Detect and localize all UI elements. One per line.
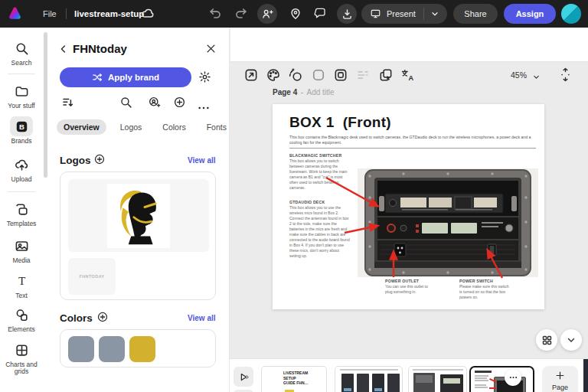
left-nav-rail: Search Your stuff B Brands Upload Templa… <box>0 28 43 392</box>
upload-icon <box>10 155 33 175</box>
brand-settings-gear-icon[interactable] <box>198 70 211 87</box>
brand-logo-tile[interactable] <box>68 179 209 252</box>
zoom-chevron-icon[interactable] <box>532 70 541 84</box>
apply-brand-label: Apply brand <box>108 73 159 82</box>
cloud-sync-icon[interactable] <box>141 8 155 19</box>
tab-logos[interactable]: Logos <box>113 119 149 135</box>
brand-palette-icon[interactable] <box>266 67 281 83</box>
sidebar-item-upload[interactable]: Upload <box>0 155 43 183</box>
add-logo-icon[interactable] <box>93 153 106 168</box>
logos-view-all-link[interactable]: View all <box>188 156 216 165</box>
colors-heading: Colors <box>60 312 93 324</box>
sidebar-item-your-stuff[interactable]: Your stuff <box>0 81 43 109</box>
zoom-level[interactable]: 45% <box>511 70 527 80</box>
present-options-chevron-icon[interactable] <box>430 9 439 18</box>
elements-icon <box>10 305 33 325</box>
translate-icon[interactable]: A <box>400 67 416 83</box>
resize-icon[interactable] <box>243 67 259 83</box>
svg-text:T: T <box>18 275 24 287</box>
page-header-label: Page 4 - Add title <box>273 84 335 98</box>
brand-color-swatch[interactable] <box>99 336 125 362</box>
svg-text:A: A <box>408 74 413 82</box>
location-pin-icon[interactable] <box>289 6 302 21</box>
page-thumbnail-4-selected[interactable] <box>469 366 534 392</box>
page-title[interactable]: BOX 1 (Front) <box>289 114 391 131</box>
thumbnail-more-options-button[interactable] <box>505 369 521 386</box>
present-label: Present <box>387 9 416 18</box>
close-icon[interactable] <box>205 43 217 57</box>
page-thumbnail-2[interactable] <box>335 366 403 392</box>
more-options-icon[interactable] <box>198 100 210 113</box>
brands-icon: B <box>10 116 33 136</box>
layout-options-icon[interactable] <box>355 67 371 83</box>
brand-search-icon[interactable] <box>119 96 132 112</box>
add-page-label: Page <box>542 384 578 391</box>
sort-icon[interactable] <box>61 96 75 113</box>
assign-label: Assign <box>516 9 544 18</box>
play-pages-button[interactable] <box>234 367 253 387</box>
present-button[interactable]: Present <box>361 4 447 24</box>
tab-colors[interactable]: Colors <box>155 119 192 135</box>
user-avatar[interactable] <box>561 4 581 24</box>
panel-scrollbar[interactable] <box>44 28 47 392</box>
page-intro-text[interactable]: This box contains the Blackmagic desk us… <box>289 135 531 145</box>
redo-icon[interactable] <box>234 6 248 24</box>
back-chevron-icon[interactable] <box>58 44 69 57</box>
add-page-button[interactable]: Page <box>542 366 578 392</box>
add-collaborator-button[interactable] <box>257 4 277 24</box>
annotation-power-switch[interactable]: POWER SWITCH Please make sure this switc… <box>459 279 511 300</box>
annotation-gtdaudio-heading: GTDAUDIO DECK <box>289 200 351 204</box>
brand-color-swatch[interactable] <box>129 336 155 362</box>
share-brand-icon[interactable] <box>148 96 161 112</box>
share-button[interactable]: Share <box>453 4 498 24</box>
add-asset-icon[interactable] <box>173 96 186 112</box>
annotation-gtdaudio-body: This box allows you to use the wireless … <box>289 205 351 259</box>
file-menu[interactable]: File <box>43 0 57 28</box>
download-button[interactable] <box>337 4 357 24</box>
shape-style-icon[interactable] <box>311 67 326 83</box>
annotation-power-outlet[interactable]: POWER OUTLET You can use this outlet to … <box>385 279 436 295</box>
sidebar-item-media[interactable]: Media <box>0 236 43 264</box>
fit-zoom-icon[interactable] <box>558 67 573 85</box>
collapse-pages-chevron-button[interactable] <box>560 329 582 351</box>
document-page[interactable]: BOX 1 (Front) This box contains the Blac… <box>273 104 544 309</box>
grid-view-button[interactable] <box>536 329 557 351</box>
sidebar-item-brands[interactable]: B Brands <box>0 116 43 145</box>
duplicate-icon[interactable] <box>378 67 394 83</box>
adobe-express-logo-icon[interactable] <box>8 6 22 21</box>
frame-icon[interactable] <box>333 67 348 83</box>
page-thumbnail-3[interactable] <box>408 366 467 392</box>
annotation-blackmagic[interactable]: BLACKMAGIC SWITCHER This box allows you … <box>289 153 351 259</box>
colors-view-all-link[interactable]: View all <box>188 314 216 322</box>
sidebar-item-charts-grids[interactable]: Charts and grids <box>0 340 43 376</box>
sidebar-item-search[interactable]: Search <box>0 38 43 67</box>
rack-photo[interactable] <box>358 168 538 277</box>
share-label: Share <box>464 9 486 18</box>
add-color-icon[interactable] <box>96 311 109 326</box>
assign-button[interactable]: Assign <box>504 4 556 24</box>
window-edge-strip <box>583 359 588 392</box>
svg-text:B: B <box>19 122 24 131</box>
animate-icon[interactable] <box>288 67 303 83</box>
comments-icon[interactable] <box>313 7 327 20</box>
sidebar-item-elements[interactable]: Elements <box>0 305 43 333</box>
present-icon <box>370 8 381 19</box>
document-title[interactable]: livestream-setup <box>74 0 144 28</box>
pages-strip: LIVESTREAM SETUP GUIDE FHN… <box>230 358 588 392</box>
apply-brand-button[interactable]: Apply brand <box>60 67 191 87</box>
colors-card <box>60 329 216 368</box>
sidebar-item-templates[interactable]: Templates <box>0 199 43 227</box>
tab-fonts[interactable]: Fonts <box>200 119 234 135</box>
media-icon <box>10 236 33 256</box>
page-thumbnail-1[interactable]: LIVESTREAM SETUP GUIDE FHN… <box>261 366 327 392</box>
page-divider-line <box>289 148 536 149</box>
sidebar-item-text[interactable]: T Text <box>0 271 43 299</box>
search-icon <box>10 38 33 58</box>
tab-overview[interactable]: Overview <box>57 119 106 135</box>
brand-color-swatch[interactable] <box>68 336 94 362</box>
add-title-placeholder[interactable]: Add title <box>307 88 335 96</box>
undo-icon[interactable] <box>208 6 223 24</box>
adobe-express-app: File livestream-setup Present <box>0 0 588 392</box>
logos-card: FHNTODAY <box>60 172 216 300</box>
wordmark-logo-tile[interactable]: FHNTODAY <box>68 258 116 295</box>
